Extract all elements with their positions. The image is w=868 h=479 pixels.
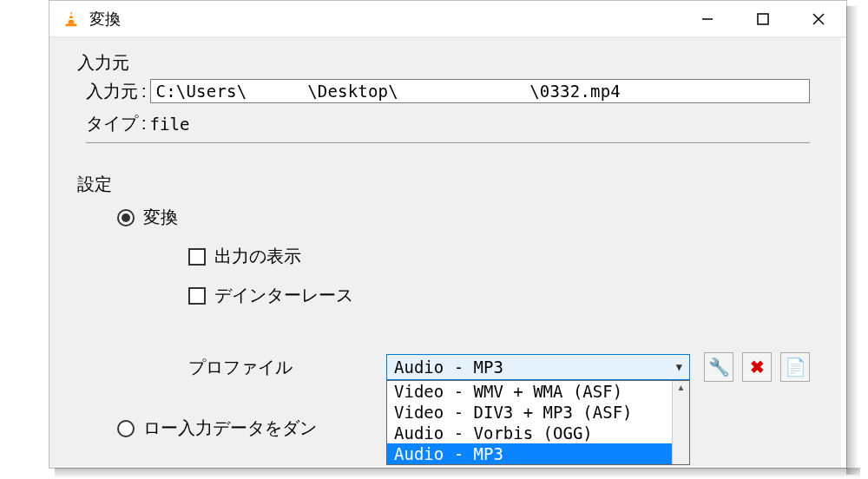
svg-marker-0 xyxy=(68,10,74,23)
profile-label: プロファイル xyxy=(188,356,386,379)
profile-selected-value: Audio - MP3 xyxy=(394,358,503,377)
delete-profile-button[interactable]: ✖ xyxy=(742,352,772,382)
raw-dump-label: ロー入力データをダン xyxy=(143,417,317,440)
convert-radio[interactable]: 変換 xyxy=(117,206,178,229)
profile-dropdown[interactable]: Video - WMV + WMA (ASF) Video - DIV3 + M… xyxy=(386,380,690,465)
deinterlace-checkbox[interactable]: デインターレース xyxy=(188,284,353,307)
new-profile-icon: 📄 xyxy=(785,357,806,377)
source-group-title: 入力元 xyxy=(74,51,133,75)
settings-groupbox: 設定 変換 出力の表示 デインターレース xyxy=(70,174,825,479)
edit-profile-button[interactable]: 🔧 xyxy=(704,352,733,382)
checkbox-icon xyxy=(188,287,206,305)
radio-icon xyxy=(117,209,135,226)
source-label: 入力元 xyxy=(86,80,138,103)
raw-dump-radio[interactable]: ロー入力データをダン xyxy=(117,417,317,440)
profile-option[interactable]: Audio - Vorbis (OGG) xyxy=(387,423,689,443)
type-value: file xyxy=(150,115,190,134)
new-profile-button[interactable]: 📄 xyxy=(780,352,810,382)
profile-option[interactable]: Video - WMV + WMA (ASF) xyxy=(387,381,689,402)
delete-icon: ✖ xyxy=(750,357,765,377)
source-path-input[interactable] xyxy=(150,79,810,103)
chevron-down-icon: ▼ xyxy=(676,361,682,373)
settings-group-title: 設定 xyxy=(74,173,115,196)
profile-combobox[interactable]: Audio - MP3 ▼ xyxy=(386,354,690,380)
window-title: 変換 xyxy=(89,9,121,30)
profile-option-selected[interactable]: Audio - MP3 xyxy=(387,443,689,464)
profile-option[interactable]: Video - DIV3 + MP3 (ASF) xyxy=(387,402,689,423)
convert-radio-label: 変換 xyxy=(143,206,178,229)
radio-icon xyxy=(117,420,135,437)
type-label: タイプ xyxy=(86,112,138,135)
dropdown-scrollbar[interactable] xyxy=(672,381,689,464)
maximize-button[interactable] xyxy=(735,1,791,36)
svg-rect-3 xyxy=(66,23,77,26)
divider xyxy=(86,142,810,143)
titlebar: 変換 xyxy=(49,1,846,37)
svg-rect-1 xyxy=(69,14,73,16)
colon: : xyxy=(141,114,147,134)
dialog-window: 変換 入力元 入力元 : タイプ : file xyxy=(49,0,847,469)
colon: : xyxy=(141,82,147,102)
svg-rect-5 xyxy=(758,14,768,24)
close-button[interactable] xyxy=(791,1,846,36)
display-output-checkbox[interactable]: 出力の表示 xyxy=(188,245,301,268)
wrench-icon: 🔧 xyxy=(708,357,730,377)
window-inner-edge xyxy=(841,38,846,468)
shadow xyxy=(846,6,858,475)
display-output-label: 出力の表示 xyxy=(214,245,301,268)
vlc-cone-icon xyxy=(62,10,81,29)
source-groupbox: 入力元 入力元 : タイプ : file xyxy=(70,53,825,157)
deinterlace-label: デインターレース xyxy=(214,284,353,307)
minimize-button[interactable] xyxy=(680,1,735,36)
svg-rect-2 xyxy=(69,18,74,20)
checkbox-icon xyxy=(188,248,206,266)
